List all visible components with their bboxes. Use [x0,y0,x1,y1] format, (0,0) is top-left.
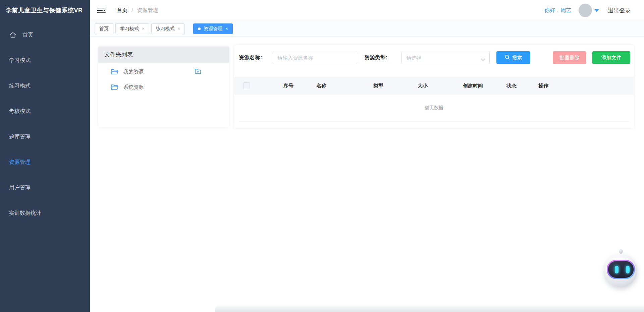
sidebar-item-label: 考核模式 [9,108,31,115]
resource-type-label: 资源类型: [364,51,387,64]
sidebar: 学前儿童卫生与保健系统VR 首页 学习模式 练习模式 考核模式 题库管理 资源管… [0,0,90,312]
robot-head-icon [604,254,637,287]
logout-button[interactable]: 退出登录 [608,7,631,14]
table-header-created: 创建时间 [463,83,506,89]
tabbar: 首页 学习模式 × 练习模式 × 资源管理 × [90,21,644,37]
folder-open-icon [111,84,118,90]
folder-name: 我的资源 [123,69,144,75]
resource-panel: 资源名称: 资源类型: 搜索 批量 [234,45,634,128]
main-area: 首页 / 资源管理 你好，周艺 退出登录 首页 学习模式 × 练习模式 × 资源… [90,0,644,312]
add-file-button[interactable]: 添加文件 [592,51,630,64]
sidebar-menu: 首页 学习模式 练习模式 考核模式 题库管理 资源管理 用户管理 实训数据统计 [0,22,90,226]
tab-label: 资源管理 [204,26,222,32]
breadcrumb-current: 资源管理 [137,7,158,14]
avatar[interactable] [579,4,592,17]
sidebar-item-label: 用户管理 [9,184,31,191]
assistant-robot-button[interactable] [604,249,637,287]
table-header-status: 状态 [506,83,538,89]
tab-label: 练习模式 [156,26,175,32]
resource-type-select-input[interactable] [401,51,490,64]
search-button-label: 搜索 [512,55,522,61]
folder-panel: 文件夹列表 我的资源 [98,47,229,127]
sidebar-item-question-bank[interactable]: 题库管理 [0,124,90,149]
bottom-shadow [215,303,644,312]
folder-item-my-resources[interactable]: 我的资源 [98,64,229,79]
sidebar-item-user-management[interactable]: 用户管理 [0,175,90,200]
select-all-checkbox[interactable] [243,82,250,89]
table-header-row: 序号 名称 类型 大小 创建时间 状态 操作 [234,77,634,95]
resource-type-select[interactable] [401,51,490,64]
app-title: 学前儿童卫生与保健系统VR [0,0,90,14]
table-header-name: 名称 [316,83,373,89]
tab-practice-mode[interactable]: 练习模式 × [151,23,185,34]
tab-resource-management[interactable]: 资源管理 × [193,23,233,34]
caret-down-icon[interactable] [594,9,599,12]
close-icon[interactable]: × [178,26,180,31]
folder-list: 我的资源 系统资源 [98,63,229,95]
sidebar-item-label: 实训数据统计 [9,210,41,217]
user-greeting: 你好，周艺 [544,7,571,14]
sidebar-item-training-statistics[interactable]: 实训数据统计 [0,200,90,226]
home-icon [9,31,17,39]
search-toolbar: 资源名称: 资源类型: 搜索 批量 [234,51,634,64]
sidebar-item-resource-management[interactable]: 资源管理 [0,149,90,175]
folder-open-icon [111,69,118,75]
sidebar-item-label: 练习模式 [9,82,31,89]
table-header-index: 序号 [283,83,316,89]
topbar: 首页 / 资源管理 你好，周艺 退出登录 [90,0,644,21]
resource-name-label: 资源名称: [239,51,262,64]
table-empty-state: 暂无数据 [239,95,629,122]
sidebar-item-home[interactable]: 首页 [0,22,90,48]
search-icon [505,55,510,61]
search-button[interactable]: 搜索 [496,51,530,64]
close-icon[interactable]: × [142,26,145,31]
tab-home[interactable]: 首页 [95,23,113,34]
folder-panel-title: 文件夹列表 [98,47,229,63]
sidebar-item-practice-mode[interactable]: 练习模式 [0,73,90,99]
folder-name: 系统资源 [123,84,144,90]
close-icon[interactable]: × [225,26,228,31]
active-tab-dot-icon [198,27,201,30]
user-cluster: 你好，周艺 退出登录 [544,4,631,17]
sidebar-item-label: 首页 [22,32,33,39]
resource-name-input[interactable] [273,51,357,64]
robot-eye-left [615,266,619,273]
robot-face [607,260,635,279]
batch-delete-button[interactable]: 批量删除 [553,51,586,64]
add-folder-icon[interactable] [195,69,201,74]
breadcrumb: 首页 / 资源管理 [117,7,158,14]
sidebar-item-label: 资源管理 [9,159,31,166]
sidebar-item-label: 学习模式 [9,57,31,64]
sidebar-collapse-icon[interactable] [97,6,106,14]
table-header-checkbox-cell [234,82,283,89]
tab-label: 首页 [99,26,109,32]
sidebar-item-label: 题库管理 [9,133,31,140]
robot-eye-right [626,266,630,273]
folder-item-system-resources[interactable]: 系统资源 [98,79,229,95]
table-header-type: 类型 [373,83,418,89]
table-header-actions: 操作 [538,83,634,89]
robot-screen [608,261,634,278]
tab-label: 学习模式 [120,26,139,32]
breadcrumb-separator: / [131,7,133,13]
sidebar-item-study-mode[interactable]: 学习模式 [0,48,90,73]
table-header-size: 大小 [418,83,463,89]
tab-study-mode[interactable]: 学习模式 × [115,23,149,34]
sidebar-item-exam-mode[interactable]: 考核模式 [0,99,90,124]
breadcrumb-home[interactable]: 首页 [117,7,127,14]
